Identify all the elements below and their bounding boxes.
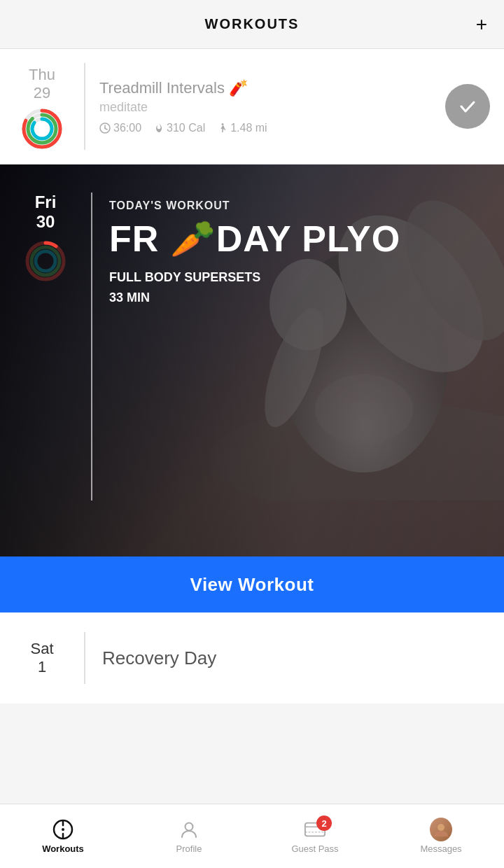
svg-line-8 [105, 128, 107, 130]
nav-item-guest-pass[interactable]: 2 Guest Pass [252, 804, 378, 868]
today-num: 30 [36, 212, 55, 232]
messages-label: Messages [420, 844, 461, 854]
svg-point-9 [222, 123, 224, 125]
past-workout-title: Treadmill Intervals 🧨 [99, 79, 431, 97]
stat-calories: 310 Cal [154, 122, 205, 134]
guest-pass-badge: 2 [316, 816, 332, 831]
recovery-title: Recovery Day [85, 648, 504, 669]
profile-icon [178, 818, 200, 841]
today-workout-name: FR 🥕DAY PLYO [109, 219, 487, 259]
hero-content: Fri 30 TODAY'S WORKOUT FR 🥕DAY PLYO FULL… [0, 164, 504, 556]
svg-point-20 [36, 251, 55, 271]
today-date-col: Fri 30 [0, 164, 91, 556]
bottom-nav: Workouts Profile 2 Guest Pass [0, 804, 504, 868]
stat-time: 36:00 [99, 122, 141, 134]
flame-icon [154, 122, 164, 134]
activity-ring-past [21, 108, 63, 150]
nav-item-workouts[interactable]: Workouts [0, 804, 126, 868]
past-workout-stats: 36:00 310 Cal 1.48 mi [99, 122, 431, 134]
past-workout-info: Treadmill Intervals 🧨 meditate 36:00 310… [85, 79, 445, 134]
svg-point-22 [62, 828, 64, 831]
add-button[interactable]: + [476, 15, 487, 34]
today-category: FULL BODY SUPERSETS [109, 270, 487, 285]
past-workout-day: Thu [29, 66, 55, 84]
view-workout-button[interactable]: View Workout [0, 556, 504, 612]
clock-icon [99, 122, 111, 134]
today-workout-hero[interactable]: Fri 30 TODAY'S WORKOUT FR 🥕DAY PLYO FULL… [0, 164, 504, 556]
profile-label: Profile [176, 844, 202, 854]
today-day: Fri [35, 192, 57, 212]
messages-icon [430, 818, 452, 841]
past-workout-num: 29 [34, 84, 50, 102]
check-icon [457, 96, 478, 117]
workouts-label: Workouts [42, 844, 84, 854]
svg-point-29 [438, 824, 444, 831]
recovery-num: 1 [38, 658, 46, 676]
completed-checkmark [445, 84, 490, 129]
workouts-icon [52, 818, 74, 841]
recovery-date: Sat 1 [0, 640, 84, 676]
recovery-row: Sat 1 Recovery Day [0, 612, 504, 704]
nav-item-profile[interactable]: Profile [126, 804, 252, 868]
nav-item-messages[interactable]: Messages [378, 804, 504, 868]
svg-point-5 [32, 119, 52, 139]
past-workout-row: Thu 29 Treadmill Intervals 🧨 meditate 36… [0, 49, 504, 164]
carrot-emoji: 🥕 [159, 218, 216, 259]
svg-point-25 [186, 823, 193, 831]
activity-ring-today [24, 240, 66, 282]
today-label: TODAY'S WORKOUT [109, 200, 487, 212]
guest-pass-label: Guest Pass [291, 844, 338, 854]
walking-icon [218, 122, 227, 134]
header: WORKOUTS + [0, 0, 504, 49]
past-workout-date: Thu 29 [0, 63, 84, 150]
page-title: WORKOUTS [205, 16, 300, 32]
today-duration: 33 MIN [109, 290, 487, 305]
past-workout-subtitle: meditate [99, 100, 431, 115]
stat-distance: 1.48 mi [218, 122, 267, 134]
hero-text-block: TODAY'S WORKOUT FR 🥕DAY PLYO FULL BODY S… [92, 164, 504, 556]
recovery-day: Sat [30, 640, 53, 658]
guest-pass-icon-wrapper: 2 [304, 818, 326, 841]
